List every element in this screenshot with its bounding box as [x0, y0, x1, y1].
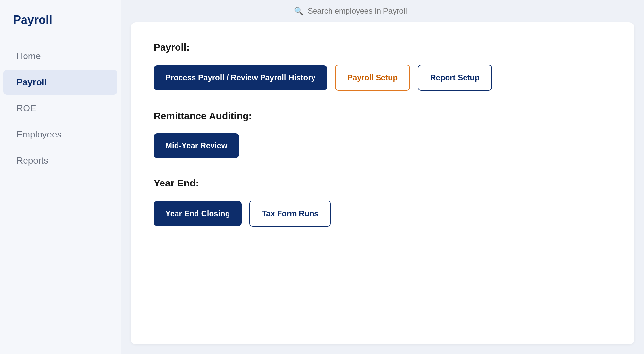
- mid-year-review-button[interactable]: Mid-Year Review: [154, 133, 239, 158]
- content-card: Payroll: Process Payroll / Review Payrol…: [131, 22, 634, 344]
- main-content: 🔍 Payroll: Process Payroll / Review Payr…: [121, 0, 644, 354]
- sidebar-title: Payroll: [0, 13, 121, 43]
- year-end-button-row: Year End Closing Tax Form Runs: [154, 201, 611, 227]
- remittance-button-row: Mid-Year Review: [154, 133, 611, 158]
- sidebar-item-home[interactable]: Home: [3, 44, 117, 69]
- search-icon: 🔍: [294, 7, 304, 16]
- payroll-section: Payroll: Process Payroll / Review Payrol…: [154, 42, 611, 91]
- payroll-button-row: Process Payroll / Review Payroll History…: [154, 65, 611, 91]
- tax-form-runs-button[interactable]: Tax Form Runs: [249, 201, 331, 227]
- remittance-section-title: Remittance Auditing:: [154, 110, 611, 121]
- year-end-section-title: Year End:: [154, 178, 611, 189]
- report-setup-button[interactable]: Report Setup: [418, 65, 492, 91]
- sidebar-item-reports[interactable]: Reports: [3, 148, 117, 173]
- sidebar-nav: Home Payroll ROE Employees Reports: [0, 43, 121, 174]
- sidebar-item-roe[interactable]: ROE: [3, 96, 117, 121]
- sidebar-item-payroll[interactable]: Payroll: [3, 70, 117, 95]
- search-input[interactable]: [308, 7, 471, 16]
- remittance-section: Remittance Auditing: Mid-Year Review: [154, 110, 611, 158]
- process-payroll-button[interactable]: Process Payroll / Review Payroll History: [154, 65, 327, 90]
- year-end-section: Year End: Year End Closing Tax Form Runs: [154, 178, 611, 227]
- search-bar: 🔍: [121, 0, 644, 22]
- payroll-section-title: Payroll:: [154, 42, 611, 53]
- sidebar: Payroll Home Payroll ROE Employees Repor…: [0, 0, 121, 354]
- payroll-setup-button[interactable]: Payroll Setup: [335, 65, 410, 91]
- sidebar-item-employees[interactable]: Employees: [3, 122, 117, 147]
- year-end-closing-button[interactable]: Year End Closing: [154, 201, 242, 226]
- search-inner[interactable]: 🔍: [294, 7, 471, 16]
